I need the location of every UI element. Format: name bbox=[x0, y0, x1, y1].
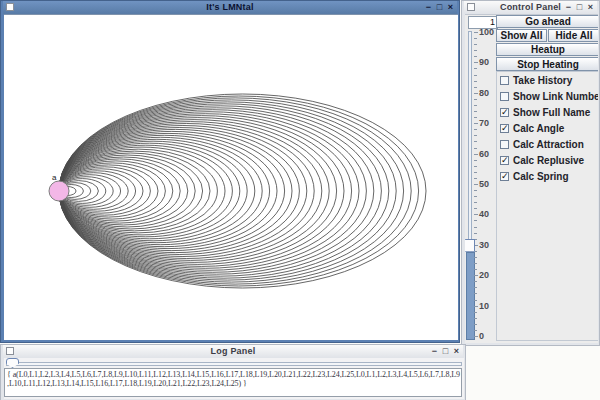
slider-tick bbox=[474, 184, 478, 185]
slider-thumb[interactable] bbox=[465, 239, 475, 252]
hide-all-button[interactable]: Hide All bbox=[548, 29, 598, 42]
slider-tick bbox=[474, 87, 477, 88]
maximize-icon[interactable]: □ bbox=[435, 2, 444, 13]
graph-viewport[interactable]: a bbox=[4, 14, 458, 340]
checkbox-row[interactable]: ✓Show Full Name bbox=[497, 104, 598, 120]
slider-tick bbox=[474, 233, 477, 234]
go-ahead-button[interactable]: Go ahead bbox=[496, 15, 598, 28]
temperature-slider[interactable]: 1009080706050403020100 bbox=[465, 28, 495, 341]
minimize-icon[interactable]: − bbox=[430, 346, 439, 357]
slider-tick bbox=[474, 135, 477, 136]
slider-tick bbox=[474, 178, 477, 179]
slider-tick bbox=[474, 275, 478, 276]
slider-scale-label: 10 bbox=[479, 302, 497, 311]
checkbox-label: Show Link Number bbox=[513, 91, 598, 102]
checkbox-row[interactable]: ✓Calc Spring bbox=[497, 168, 598, 184]
slider-tick bbox=[474, 56, 477, 57]
log-panel-window: Log Panel − □ × { a(L0,L1,L2,L3,L4,L5,L6… bbox=[0, 344, 466, 400]
slider-thumb[interactable] bbox=[6, 358, 19, 368]
self-link-loop bbox=[59, 159, 180, 223]
main-window-title: It's LMNtal bbox=[206, 2, 253, 12]
slider-scale-label: 40 bbox=[479, 210, 497, 219]
close-icon[interactable]: × bbox=[446, 2, 455, 13]
slider-tick bbox=[474, 263, 477, 264]
close-icon[interactable]: × bbox=[452, 346, 461, 357]
slider-tick bbox=[474, 117, 477, 118]
slider-tick bbox=[474, 281, 477, 282]
slider-scale-label: 90 bbox=[479, 58, 497, 67]
minimize-icon[interactable]: − bbox=[564, 2, 573, 13]
slider-tick bbox=[474, 196, 477, 197]
desktop: It's LMNtal − □ × a Control Panel − □ × … bbox=[0, 0, 600, 400]
show-all-button[interactable]: Show All bbox=[496, 29, 547, 42]
log-line: ,L10,L11,L12,L13,L14,L15,L16,L17,L18,L19… bbox=[7, 379, 459, 388]
checkbox-row[interactable]: Show Link Number bbox=[497, 88, 598, 104]
self-link-loop bbox=[59, 171, 136, 211]
slider-tick bbox=[474, 306, 478, 307]
checkbox-label: Show Full Name bbox=[513, 107, 590, 118]
slider-tick bbox=[474, 257, 477, 258]
log-history-slider[interactable] bbox=[4, 358, 464, 368]
slider-fill bbox=[466, 252, 475, 340]
control-panel-title: Control Panel bbox=[500, 2, 561, 12]
main-window-titlebar[interactable]: It's LMNtal − □ × bbox=[3, 1, 457, 14]
checkbox-unchecked-icon[interactable] bbox=[500, 140, 509, 149]
slider-tick bbox=[474, 62, 478, 63]
checkbox-checked-icon[interactable]: ✓ bbox=[500, 108, 509, 117]
slider-tick bbox=[474, 324, 477, 325]
slider-tick bbox=[474, 81, 477, 82]
slider-tick bbox=[474, 214, 478, 215]
options-panel: Take HistoryShow Link Number✓Show Full N… bbox=[496, 71, 598, 341]
checkbox-row[interactable]: Calc Attraction bbox=[497, 136, 598, 152]
slider-tick bbox=[474, 154, 478, 155]
log-line: { a(L0,L1,L2,L3,L4,L5,L6,L7,L8,L9,L10,L1… bbox=[7, 370, 459, 379]
slider-tick bbox=[474, 75, 477, 76]
slider-tick bbox=[474, 111, 477, 112]
checkbox-label: Calc Spring bbox=[513, 171, 569, 182]
slider-tick bbox=[474, 312, 477, 313]
checkbox-unchecked-icon[interactable] bbox=[500, 92, 509, 101]
slider-tick bbox=[474, 300, 477, 301]
checkbox-row[interactable]: ✓Calc Replusive bbox=[497, 152, 598, 168]
slider-tick bbox=[474, 202, 477, 203]
close-icon[interactable]: × bbox=[586, 2, 595, 13]
slider-tick bbox=[474, 141, 477, 142]
slider-tick bbox=[474, 172, 477, 173]
checkbox-checked-icon[interactable]: ✓ bbox=[500, 124, 509, 133]
maximize-icon[interactable]: □ bbox=[575, 2, 584, 13]
slider-tick bbox=[474, 44, 477, 45]
slider-track[interactable] bbox=[6, 362, 462, 366]
slider-tick bbox=[474, 166, 477, 167]
slider-tick bbox=[474, 330, 477, 331]
slider-scale-label: 30 bbox=[479, 241, 497, 250]
checkbox-row[interactable]: ✓Calc Angle bbox=[497, 120, 598, 136]
self-link-loop bbox=[59, 163, 165, 219]
minimize-icon[interactable]: − bbox=[424, 2, 433, 13]
slider-tick bbox=[474, 93, 478, 94]
slider-scale-label: 0 bbox=[479, 332, 497, 341]
atom-node[interactable] bbox=[49, 181, 69, 201]
graph-canvas[interactable]: a bbox=[4, 15, 458, 340]
slider-tick bbox=[474, 68, 477, 69]
slider-tick bbox=[474, 269, 477, 270]
checkbox-label: Calc Attraction bbox=[513, 139, 584, 150]
control-panel-titlebar[interactable]: Control Panel − □ × bbox=[464, 1, 597, 14]
stop-heating-button[interactable]: Stop Heating bbox=[496, 57, 598, 71]
slider-tick bbox=[474, 336, 478, 337]
slider-tick bbox=[474, 99, 477, 100]
slider-tick bbox=[474, 32, 478, 33]
window-icon bbox=[467, 3, 475, 11]
slider-tick bbox=[474, 129, 477, 130]
checkbox-row[interactable]: Take History bbox=[497, 72, 598, 88]
slider-tick bbox=[474, 287, 477, 288]
log-output[interactable]: { a(L0,L1,L2,L3,L4,L5,L6,L7,L8,L9,L10,L1… bbox=[4, 368, 462, 397]
checkbox-checked-icon[interactable]: ✓ bbox=[500, 172, 509, 181]
checkbox-label: Calc Replusive bbox=[513, 155, 584, 166]
main-window: It's LMNtal − □ × a bbox=[0, 0, 460, 343]
checkbox-unchecked-icon[interactable] bbox=[500, 76, 509, 85]
log-panel-titlebar[interactable]: Log Panel − □ × bbox=[3, 345, 463, 358]
maximize-icon[interactable]: □ bbox=[441, 346, 450, 357]
heatup-button[interactable]: Heatup bbox=[496, 43, 598, 56]
checkbox-checked-icon[interactable]: ✓ bbox=[500, 156, 509, 165]
atom-label: a bbox=[52, 173, 57, 182]
